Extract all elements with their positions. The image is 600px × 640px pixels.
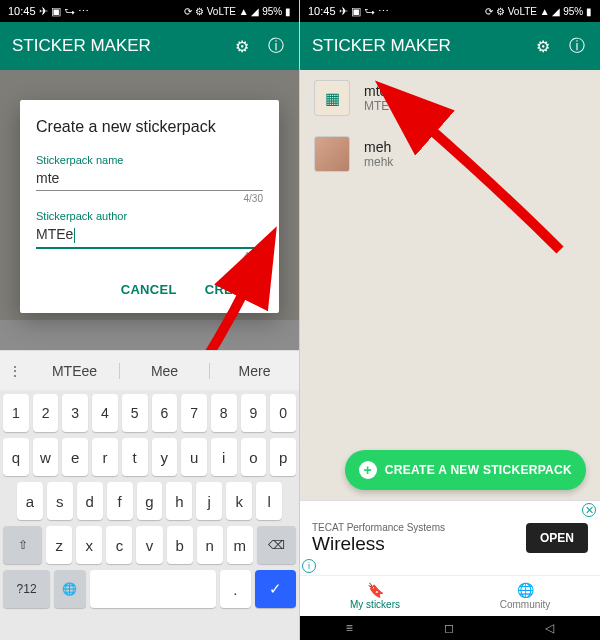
key-9[interactable]: 9 xyxy=(241,394,267,432)
ad-title: Wireless xyxy=(312,533,526,555)
ad-close-icon[interactable]: ✕ xyxy=(582,503,596,517)
key-d[interactable]: d xyxy=(77,482,103,520)
key-a[interactable]: a xyxy=(17,482,43,520)
key-u[interactable]: u xyxy=(181,438,207,476)
key-4[interactable]: 4 xyxy=(92,394,118,432)
key-backspace[interactable]: ⌫ xyxy=(257,526,296,564)
key-m[interactable]: m xyxy=(227,526,253,564)
status-time: 10:45 xyxy=(308,5,336,17)
key-1[interactable]: 1 xyxy=(3,394,29,432)
info-icon[interactable]: ⓘ xyxy=(265,35,287,57)
plus-icon: + xyxy=(359,461,377,479)
key-5[interactable]: 5 xyxy=(122,394,148,432)
key-3[interactable]: 3 xyxy=(62,394,88,432)
key-b[interactable]: b xyxy=(167,526,193,564)
key-2[interactable]: 2 xyxy=(33,394,59,432)
key-c[interactable]: c xyxy=(106,526,132,564)
key-p[interactable]: p xyxy=(270,438,296,476)
key-z[interactable]: z xyxy=(46,526,72,564)
ad-banner[interactable]: TECAT Performance Systems Wireless OPEN … xyxy=(300,500,600,575)
bookmark-icon: 🔖 xyxy=(367,582,384,598)
key-shift[interactable]: ⇧ xyxy=(3,526,42,564)
key-t[interactable]: t xyxy=(122,438,148,476)
suggestion-2[interactable]: Mee xyxy=(120,363,210,379)
key-7[interactable]: 7 xyxy=(181,394,207,432)
fab-label: CREATE A NEW STICKERPACK xyxy=(385,463,572,477)
bottom-tabs: 🔖 My stickers 🌐 Community xyxy=(300,575,600,616)
key-q[interactable]: q xyxy=(3,438,29,476)
item-subtitle: MTEe xyxy=(364,99,396,113)
text-cursor xyxy=(74,228,75,243)
app-title: STICKER MAKER xyxy=(312,36,520,56)
settings-icon[interactable]: ⚙ xyxy=(231,35,253,57)
stickerpack-name-input[interactable] xyxy=(36,166,263,191)
key-v[interactable]: v xyxy=(136,526,162,564)
name-counter: 4/30 xyxy=(36,193,263,204)
suggestion-3[interactable]: Mere xyxy=(210,363,299,379)
name-label: Stickerpack name xyxy=(36,154,263,166)
android-navbar: ≡ ◻ ◁ xyxy=(300,616,600,640)
dialog-title: Create a new stickerpack xyxy=(36,118,263,136)
key-8[interactable]: 8 xyxy=(211,394,237,432)
stickerpack-thumb-icon: ▦ xyxy=(314,80,350,116)
item-title: meh xyxy=(364,139,393,155)
key-h[interactable]: h xyxy=(166,482,192,520)
key-s[interactable]: s xyxy=(47,482,73,520)
keyboard: 1234567890 qwertyuiop asdfghjkl ⇧zxcvbnm… xyxy=(0,390,299,640)
key-n[interactable]: n xyxy=(197,526,223,564)
key-j[interactable]: j xyxy=(196,482,222,520)
tab-my-stickers[interactable]: 🔖 My stickers xyxy=(300,576,450,616)
status-time: 10:45 xyxy=(8,5,36,17)
create-button[interactable]: CREATE xyxy=(201,276,263,303)
key-w[interactable]: w xyxy=(33,438,59,476)
recent-icon[interactable]: ≡ xyxy=(346,621,353,635)
app-title: STICKER MAKER xyxy=(12,36,219,56)
key-6[interactable]: 6 xyxy=(152,394,178,432)
ad-advertiser: TECAT Performance Systems xyxy=(312,522,526,533)
back-icon[interactable]: ◁ xyxy=(545,621,554,635)
phone-left: 10:45 ✈ ▣ ⮑ ⋯ ⟳ ⚙ VoLTE ▲ ◢ 95% ▮ STICKE… xyxy=(0,0,300,640)
author-label: Stickerpack author xyxy=(36,210,263,222)
app-bar: STICKER MAKER ⚙ ⓘ xyxy=(0,22,299,70)
phone-right: 10:45 ✈ ▣ ⮑ ⋯ ⟳ ⚙ VoLTE ▲ ◢ 95% ▮ STICKE… xyxy=(300,0,600,640)
key-x[interactable]: x xyxy=(76,526,102,564)
ad-open-button[interactable]: OPEN xyxy=(526,523,588,553)
settings-icon[interactable]: ⚙ xyxy=(532,35,554,57)
create-stickerpack-fab[interactable]: + CREATE A NEW STICKERPACK xyxy=(345,450,586,490)
key-symbols[interactable]: ?12 xyxy=(3,570,50,608)
item-subtitle: mehk xyxy=(364,155,393,169)
key-i[interactable]: i xyxy=(211,438,237,476)
stickerpack-list: ▦ mte MTEe meh mehk xyxy=(300,70,600,500)
key-y[interactable]: y xyxy=(152,438,178,476)
stickerpack-author-input[interactable]: MTEe xyxy=(36,222,263,249)
key-lang[interactable]: 🌐 xyxy=(54,570,85,608)
key-dot[interactable]: . xyxy=(220,570,251,608)
status-icons-left: ✈ ▣ ⮑ ⋯ xyxy=(339,5,389,18)
app-bar: STICKER MAKER ⚙ ⓘ xyxy=(300,22,600,70)
create-stickerpack-dialog: Create a new stickerpack Stickerpack nam… xyxy=(20,100,279,313)
key-l[interactable]: l xyxy=(256,482,282,520)
tab-community[interactable]: 🌐 Community xyxy=(450,576,600,616)
key-o[interactable]: o xyxy=(241,438,267,476)
expand-icon[interactable]: ⋮ xyxy=(0,363,30,379)
cancel-button[interactable]: CANCEL xyxy=(117,276,181,303)
suggestion-1[interactable]: MTEee xyxy=(30,363,120,379)
key-r[interactable]: r xyxy=(92,438,118,476)
key-e[interactable]: e xyxy=(62,438,88,476)
key-enter[interactable]: ✓ xyxy=(255,570,296,608)
status-icons-right: ⟳ ⚙ VoLTE ▲ ◢ 95% ▮ xyxy=(184,6,291,17)
home-icon[interactable]: ◻ xyxy=(444,621,454,635)
info-icon[interactable]: ⓘ xyxy=(566,35,588,57)
list-item[interactable]: ▦ mte MTEe xyxy=(300,70,600,126)
key-space[interactable] xyxy=(90,570,216,608)
key-f[interactable]: f xyxy=(107,482,133,520)
author-counter: 4/30 xyxy=(36,251,263,262)
status-bar: 10:45 ✈ ▣ ⮑ ⋯ ⟳ ⚙ VoLTE ▲ ◢ 95% ▮ xyxy=(300,0,600,22)
list-item[interactable]: meh mehk xyxy=(300,126,600,182)
key-k[interactable]: k xyxy=(226,482,252,520)
key-0[interactable]: 0 xyxy=(270,394,296,432)
key-g[interactable]: g xyxy=(137,482,163,520)
globe-icon: 🌐 xyxy=(517,582,534,598)
ad-info-icon[interactable]: i xyxy=(302,559,316,573)
status-icons-right: ⟳ ⚙ VoLTE ▲ ◢ 95% ▮ xyxy=(485,6,592,17)
